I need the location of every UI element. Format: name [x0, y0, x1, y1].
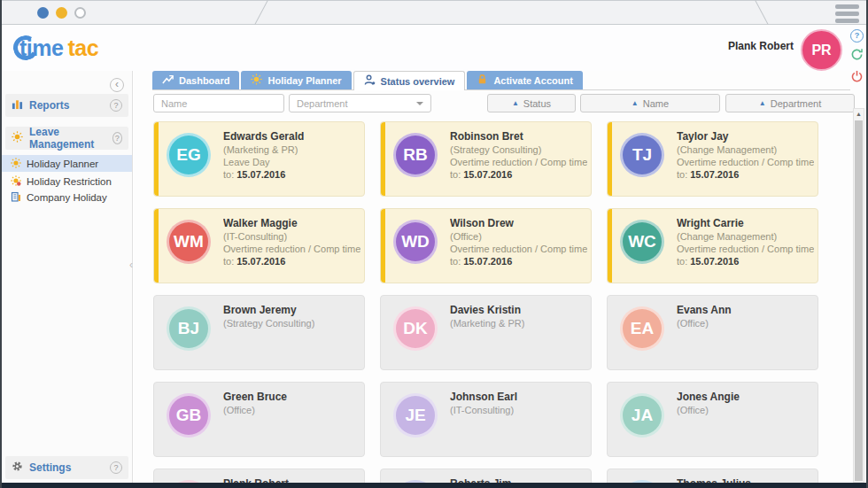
employee-department: (Marketing & PR) [450, 317, 524, 329]
scrollbar[interactable]: ▲ [853, 108, 864, 483]
avatar: WD [393, 220, 438, 264]
sort-asc-icon: ▲ [759, 100, 766, 107]
timetac-logo: time tac [13, 31, 98, 65]
employee-card[interactable]: Plank Robert [153, 469, 365, 483]
employee-info: Brown Jeremy (Strategy Consulting) [223, 304, 314, 369]
employee-card[interactable]: EA Evans Ann (Office) [607, 295, 818, 370]
employee-card[interactable]: JE Johnson Earl (IT-Consulting) [380, 382, 592, 457]
employee-cards-grid: EG Edwards Gerald (Marketing & PR) Leave… [153, 121, 818, 483]
sidebar-section-reports[interactable]: Reports ? [5, 94, 128, 117]
help-icon[interactable]: ? [110, 99, 122, 112]
help-icon[interactable]: ? [850, 29, 864, 43]
logout-power-icon[interactable] [850, 70, 864, 87]
employee-card[interactable]: EG Edwards Gerald (Marketing & PR) Leave… [153, 121, 365, 197]
employee-department: (Strategy Consulting) [223, 317, 314, 329]
leave-status: Overtime reduction / Comp time [223, 243, 360, 255]
sidebar-item-label: Holiday Planner [27, 159, 98, 169]
browser-menu-icon[interactable] [835, 4, 859, 23]
refresh-icon[interactable] [850, 48, 864, 65]
sidebar-collapse-icon[interactable]: ‹ [110, 78, 124, 92]
employee-department: (Strategy Consulting) [450, 143, 587, 156]
sidebar-section-leave-management[interactable]: Leave Management ? [5, 127, 128, 150]
employee-card[interactable]: GB Green Bruce (Office) [153, 382, 365, 457]
window-button-blue[interactable] [37, 7, 49, 19]
sort-status-button[interactable]: ▲ Status [487, 94, 576, 112]
employee-name: Green Bruce [223, 391, 287, 404]
scrollbar-thumb[interactable] [855, 120, 863, 481]
browser-bar [2, 0, 866, 25]
leave-until: to:15.07.2016 [223, 168, 304, 181]
window-bottom-frame [2, 483, 866, 488]
sidebar-item-holiday-restriction[interactable]: Holiday Restriction [2, 173, 132, 190]
edge-icon-column: ? [850, 29, 864, 87]
employee-name: Johnson Earl [450, 391, 517, 404]
employee-name: Edwards Gerald [223, 130, 304, 143]
sort-asc-icon: ▲ [512, 100, 519, 107]
avatar: RB [393, 133, 438, 177]
employee-info: Taylor Jay (Change Management) Overtime … [677, 130, 814, 196]
gear-icon [12, 461, 23, 475]
sidebar-item-label: Company Holiday [27, 192, 107, 203]
sidebar-resize-handle[interactable]: ‹ [129, 259, 133, 271]
employee-department: (Change Management) [677, 143, 814, 156]
name-filter-input[interactable] [153, 94, 284, 112]
sort-department-button[interactable]: ▲ Department [725, 94, 855, 112]
help-icon[interactable]: ? [110, 461, 122, 474]
avatar: JA [620, 393, 664, 438]
leave-until: to:15.07.2016 [677, 255, 814, 267]
employee-card[interactable]: Thomas Julius [607, 469, 818, 483]
sidebar-item-holiday-planner[interactable]: Holiday Planner [2, 155, 132, 172]
employee-info: Jones Angie (Office) [677, 391, 740, 456]
employee-name: Davies Kristin [450, 304, 524, 317]
employee-card[interactable]: BJ Brown Jeremy (Strategy Consulting) [153, 295, 365, 370]
tab-edge-right [755, 0, 771, 27]
department-filter-select[interactable]: Department [289, 94, 431, 112]
scroll-up-icon[interactable]: ▲ [854, 109, 864, 120]
avatar[interactable]: PR [801, 29, 842, 71]
employee-card[interactable]: JA Jones Angie (Office) [607, 382, 818, 457]
employee-card[interactable]: TJ Taylor Jay (Change Management) Overti… [607, 121, 818, 197]
logo-text-tac: tac [67, 35, 98, 61]
employee-card[interactable]: WC Wright Carrie (Change Management) Ove… [607, 208, 818, 283]
sort-name-button[interactable]: ▲ Name [580, 94, 720, 112]
leave-stripe [381, 209, 385, 283]
avatar: TJ [620, 133, 664, 177]
tab-holiday-planner[interactable]: Holiday Planner [241, 71, 351, 89]
leave-status: Overtime reduction / Comp time [677, 243, 814, 255]
leave-stripe [154, 209, 159, 283]
sun-icon [251, 74, 262, 87]
window-button-yellow[interactable] [56, 7, 67, 19]
sidebar-item-company-holiday[interactable]: Company Holiday [2, 189, 132, 205]
sidebar-section-settings[interactable]: Settings ? [5, 456, 128, 479]
sidebar-section-label: Reports [29, 99, 69, 112]
main-area: ‹ Reports ? [2, 71, 866, 483]
employee-department: (Office) [450, 230, 587, 243]
employee-card[interactable]: WD Wilson Drew (Office) Overtime reducti… [380, 208, 592, 283]
tab-status-overview[interactable]: Status overview [353, 71, 466, 90]
window-button-white[interactable] [74, 7, 86, 19]
employee-name: Walker Maggie [223, 217, 360, 230]
employee-name: Jones Angie [677, 391, 740, 404]
employee-card[interactable]: RB Robinson Bret (Strategy Consulting) O… [380, 121, 592, 197]
employee-card[interactable]: WM Walker Maggie (IT-Consulting) Overtim… [153, 208, 365, 283]
avatar: GB [167, 393, 211, 438]
employee-card[interactable]: DK Davies Kristin (Marketing & PR) [380, 295, 592, 370]
employee-department: (IT-Consulting) [450, 404, 517, 416]
tab-activate-account[interactable]: Activate Account [467, 71, 582, 89]
leave-status: Overtime reduction / Comp time [450, 243, 587, 255]
employee-info: Green Bruce (Office) [223, 391, 287, 456]
lock-icon [477, 74, 488, 87]
app-header: time tac Plank Robert PR [2, 25, 866, 71]
employee-name: Robinson Bret [450, 130, 587, 143]
line-chart-icon [162, 74, 174, 87]
employee-card[interactable]: Roberts Jim [380, 469, 592, 483]
leave-until: to:15.07.2016 [450, 168, 587, 181]
employee-department: (Office) [223, 404, 287, 416]
employee-department: (Change Management) [677, 230, 814, 243]
current-user-name: Plank Robert [728, 40, 794, 52]
help-icon[interactable]: ? [112, 132, 122, 144]
app-window: time tac Plank Robert PR ? ‹ [0, 0, 868, 488]
employee-department: (Office) [677, 317, 732, 329]
tab-dashboard[interactable]: Dashboard [152, 71, 239, 89]
employee-info: Wright Carrie (Change Management) Overti… [677, 217, 814, 283]
